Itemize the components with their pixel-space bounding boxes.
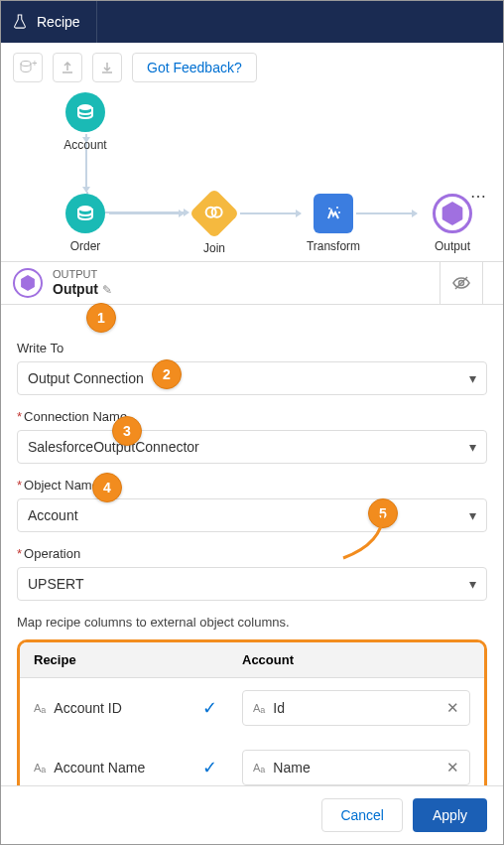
add-data-button[interactable]: + bbox=[13, 53, 43, 82]
clear-icon[interactable]: ✕ bbox=[446, 759, 459, 776]
caret-down-icon: ▾ bbox=[469, 507, 476, 523]
download-button[interactable] bbox=[92, 53, 122, 82]
svg-text:+: + bbox=[32, 61, 37, 69]
output-form: Write To 1 Output Connection▾ *Connectio… bbox=[1, 305, 503, 845]
cancel-button[interactable]: Cancel bbox=[321, 798, 403, 832]
mapping-row: Account ID ✓ Id✕ bbox=[20, 678, 484, 738]
apply-button[interactable]: Apply bbox=[413, 798, 487, 832]
operation-select[interactable]: UPSERT▾ bbox=[17, 567, 487, 601]
svg-point-0 bbox=[21, 62, 31, 67]
footer: Cancel Apply bbox=[1, 785, 503, 844]
text-type-icon bbox=[253, 762, 265, 774]
node-label: Order bbox=[46, 239, 125, 253]
operation-label: Operation bbox=[24, 546, 80, 561]
object-select[interactable]: Account▾ bbox=[17, 498, 487, 532]
node-label: Output bbox=[413, 239, 492, 253]
mapping-header-account: Account bbox=[242, 652, 470, 667]
caret-down-icon: ▾ bbox=[469, 439, 476, 455]
svg-point-8 bbox=[338, 211, 340, 213]
svg-point-2 bbox=[78, 104, 92, 110]
svg-point-7 bbox=[336, 207, 338, 209]
connection-label: Connection Name bbox=[24, 409, 127, 424]
node-order[interactable]: Order bbox=[46, 194, 125, 253]
text-type-icon bbox=[34, 762, 46, 774]
feedback-button[interactable]: Got Feedback? bbox=[132, 53, 257, 82]
node-label: Account bbox=[46, 138, 125, 152]
write-to-select[interactable]: Output Connection▾ bbox=[17, 361, 487, 395]
output-panel-header: OUTPUT Output✎ bbox=[1, 261, 503, 305]
recipe-canvas: Account Order Join Transform Output ⋯ bbox=[1, 92, 503, 261]
visibility-toggle[interactable] bbox=[440, 262, 483, 304]
check-icon: ✓ bbox=[202, 757, 242, 778]
annotation-connector bbox=[338, 513, 398, 563]
map-instruction: Map recipe columns to external object co… bbox=[17, 615, 487, 630]
output-eyebrow: OUTPUT bbox=[53, 269, 112, 280]
clear-icon[interactable]: ✕ bbox=[446, 699, 459, 717]
mapping-header-recipe: Recipe bbox=[34, 652, 242, 667]
svg-point-6 bbox=[328, 208, 330, 210]
connection-select[interactable]: SalesforceOutputConnector▾ bbox=[17, 430, 487, 464]
edit-icon[interactable]: ✎ bbox=[102, 283, 112, 297]
mapping-target-input[interactable]: Name✕ bbox=[242, 750, 470, 785]
svg-point-3 bbox=[78, 206, 92, 211]
caret-down-icon: ▾ bbox=[469, 576, 476, 592]
output-icon bbox=[13, 268, 43, 298]
node-join[interactable]: Join bbox=[175, 196, 254, 255]
flask-icon bbox=[13, 14, 27, 30]
more-icon[interactable]: ⋯ bbox=[470, 187, 488, 206]
text-type-icon bbox=[34, 702, 46, 714]
caret-down-icon: ▾ bbox=[469, 370, 476, 386]
write-to-label: Write To bbox=[17, 341, 63, 355]
object-label: Object Name bbox=[24, 478, 99, 493]
output-title: Output bbox=[53, 281, 98, 297]
step-1-badge: 1 bbox=[86, 303, 116, 333]
mapping-target-input[interactable]: Id✕ bbox=[242, 690, 470, 726]
toolbar: + Got Feedback? bbox=[1, 43, 503, 92]
text-type-icon bbox=[253, 702, 265, 714]
node-label: Join bbox=[175, 241, 254, 255]
mapping-header: Recipe Account bbox=[20, 642, 484, 678]
node-transform[interactable]: Transform bbox=[294, 194, 373, 253]
node-label: Transform bbox=[294, 239, 373, 253]
step-4-badge: 4 bbox=[92, 473, 122, 502]
svg-point-5 bbox=[212, 208, 222, 217]
check-icon: ✓ bbox=[202, 697, 242, 719]
step-2-badge: 2 bbox=[152, 359, 182, 389]
step-3-badge: 3 bbox=[112, 416, 142, 446]
node-account[interactable]: Account bbox=[46, 92, 125, 152]
app-header: Recipe bbox=[1, 1, 503, 43]
upload-button[interactable] bbox=[53, 53, 82, 82]
recipe-tab[interactable]: Recipe bbox=[1, 1, 97, 43]
tab-label: Recipe bbox=[37, 14, 80, 30]
